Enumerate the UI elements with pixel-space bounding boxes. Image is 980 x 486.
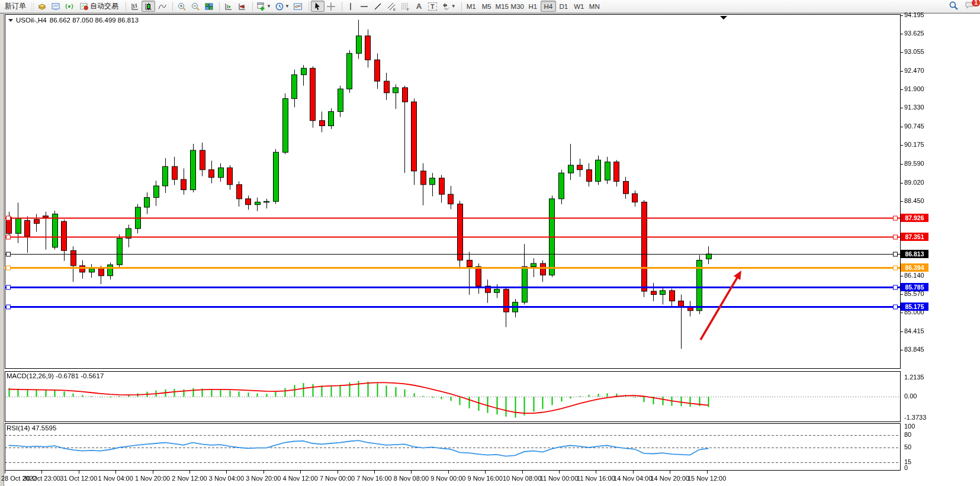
toolbar-separator <box>122 2 126 11</box>
dropdown-caret-icon: ▼ <box>266 4 271 9</box>
search-icon[interactable] <box>949 1 959 13</box>
rsi-axis-tick: 0 <box>904 464 908 471</box>
zoom-out-icon[interactable] <box>188 1 202 12</box>
timeframe-button-D1[interactable]: D1 <box>556 1 571 12</box>
chart-title: USOil-,H4 86.662 87.050 86.499 86.813 <box>8 17 139 24</box>
price-axis-tick: 84.415 <box>904 327 924 334</box>
tile-windows-icon[interactable] <box>202 1 216 12</box>
time-axis-label: 15 Nov 12:00 <box>682 475 732 482</box>
toolbar-separator <box>338 2 342 11</box>
timeframe-button-M1[interactable]: M1 <box>464 1 479 12</box>
rsi-axis-tick: 50 <box>904 443 911 450</box>
timeframe-button-H4[interactable]: H4 <box>541 1 556 12</box>
vertical-line-icon[interactable] <box>344 1 358 12</box>
toolbar-separator <box>216 2 220 11</box>
price-axis-tick: 89.020 <box>904 179 924 186</box>
crosshair-icon[interactable] <box>324 1 338 12</box>
main-toolbar: 新订单 自动交易 <box>0 0 980 13</box>
line-chart-icon[interactable] <box>155 1 169 12</box>
market-watch-icon[interactable] <box>49 1 62 12</box>
macd-axis-tick: 1.2135 <box>904 374 924 381</box>
price-axis-tick: 86.140 <box>904 272 924 279</box>
macd-axis-tick: 0.00 <box>904 392 917 400</box>
chart-shift-icon[interactable] <box>221 1 235 12</box>
bar-chart-icon[interactable] <box>128 1 142 12</box>
text-icon[interactable]: A <box>412 1 426 12</box>
svg-text:F: F <box>407 8 409 11</box>
price-axis-tick: 83.845 <box>904 346 924 353</box>
charts-stack-icon[interactable] <box>35 1 49 12</box>
rsi-indicator-label: RSI(14) 47.5595 <box>7 424 56 432</box>
horizontal-line-icon[interactable] <box>358 1 371 12</box>
price-line-badge[interactable]: 86.394 <box>901 263 928 272</box>
chart-symbol-period: USOil-,H4 <box>16 17 47 24</box>
rsi-axis-tick: 80 <box>904 431 911 438</box>
window-left-edge <box>0 14 4 486</box>
price-axis-tick: 88.450 <box>904 197 924 204</box>
dropdown-caret-icon: ▼ <box>285 4 290 9</box>
price-line-badge[interactable]: 85.175 <box>901 302 928 311</box>
price-line-badge[interactable]: 87.926 <box>901 214 928 222</box>
timeframe-button-MN[interactable]: MN <box>587 1 602 12</box>
zoom-in-icon[interactable] <box>175 1 188 12</box>
rsi-axis-tick: 100 <box>904 423 915 430</box>
price-axis-tick: 89.590 <box>904 160 924 167</box>
price-axis-tick: 90.745 <box>904 123 924 130</box>
timeframe-button-H1[interactable]: H1 <box>525 1 541 12</box>
new-chart-icon <box>256 2 266 11</box>
templates-icon[interactable] <box>291 1 305 12</box>
timeframe-button-M15[interactable]: M15 <box>494 1 510 12</box>
macd-indicator-label: MACD(12,26,9) -0.6781 -0.5617 <box>7 372 104 379</box>
new-order-label: 新订单 <box>5 1 26 11</box>
auto-scroll-icon[interactable] <box>235 1 249 12</box>
timeframe-toolbar: M1M5M15M30H1H4D1W1MN <box>464 1 602 12</box>
price-axis-tick: 90.175 <box>904 141 924 148</box>
macd-axis-tick: -1.3733 <box>904 414 926 421</box>
cursor-icon[interactable] <box>311 1 324 12</box>
toolbar-right-group: 1 <box>949 0 975 13</box>
price-chart-canvas[interactable] <box>0 14 980 486</box>
auto-trading-button[interactable]: 自动交易 <box>76 1 122 12</box>
auto-trading-label: 自动交易 <box>90 1 118 11</box>
toolbar-grip <box>31 2 34 11</box>
toolbar-separator <box>305 2 309 11</box>
toolbar-separator <box>169 2 173 11</box>
chart-ohlc-values: 86.662 87.050 86.499 86.813 <box>50 17 139 24</box>
signals-icon[interactable] <box>62 1 76 12</box>
timeframe-button-M30[interactable]: M30 <box>510 1 525 12</box>
toolbar-separator <box>458 2 462 11</box>
price-axis-tick: 91.330 <box>904 104 924 111</box>
timeframe-button-W1[interactable]: W1 <box>571 1 587 12</box>
text-label-icon[interactable]: T <box>426 1 439 12</box>
price-axis-tick: 94.195 <box>904 11 924 18</box>
gold-stack-icon <box>37 2 47 11</box>
arrows-icon <box>441 2 451 11</box>
symbol-dropdown-icon[interactable] <box>8 19 13 22</box>
price-line-badge[interactable]: 85.785 <box>901 283 928 291</box>
notification-count-badge: 1 <box>972 0 980 7</box>
price-axis-tick: 93.055 <box>904 48 924 55</box>
dropdown-caret-icon: ▼ <box>451 4 456 9</box>
price-axis-tick: 92.470 <box>904 67 924 74</box>
trendline-icon[interactable] <box>371 1 385 12</box>
arrows-button[interactable]: ▼ <box>439 1 458 12</box>
price-line-badge[interactable]: 87.351 <box>901 233 928 241</box>
toolbar-separator <box>249 2 253 11</box>
new-chart-button[interactable]: ▼ <box>255 1 273 12</box>
clock-icon <box>275 2 284 11</box>
svg-text:E: E <box>393 8 396 11</box>
auto-trading-icon <box>79 2 88 11</box>
candlestick-chart-icon[interactable] <box>142 1 155 12</box>
notifications-icon[interactable]: 1 <box>965 1 975 12</box>
fibonacci-icon[interactable]: F <box>399 1 412 12</box>
price-line-badge[interactable]: 86.813 <box>901 250 928 258</box>
price-axis-tick: 91.900 <box>904 85 924 92</box>
new-order-button[interactable]: 新订单 <box>1 1 30 12</box>
price-axis-tick: 93.625 <box>904 30 924 37</box>
equidistant-channel-icon[interactable]: E <box>385 1 399 12</box>
chart-window: USOil-,H4 86.662 87.050 86.499 86.813 MA… <box>0 13 980 486</box>
period-button[interactable]: ▼ <box>273 1 291 12</box>
timeframe-button-M5[interactable]: M5 <box>479 1 494 12</box>
